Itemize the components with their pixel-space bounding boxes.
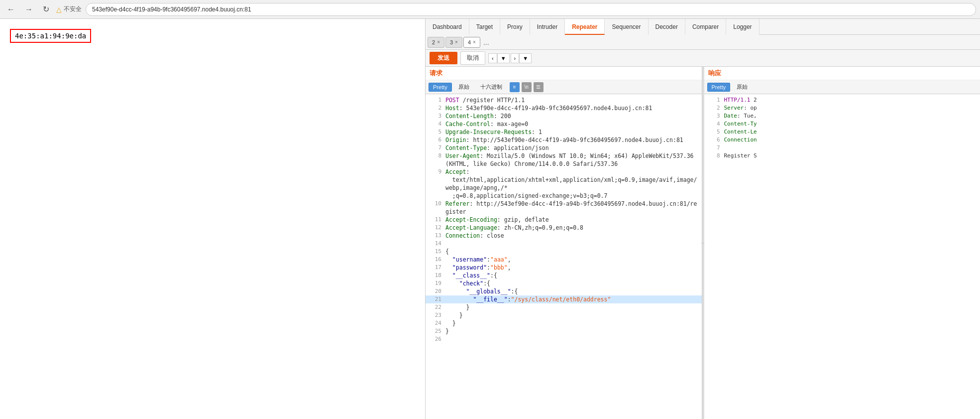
sub-tab-4-close[interactable]: ×	[473, 39, 476, 45]
resp-line-1: 1 HTTP/1.1 2	[704, 96, 980, 104]
req-hex-tab[interactable]: 十六进制	[476, 82, 507, 92]
response-view-tabs: Pretty 原始	[704, 80, 980, 94]
sub-tab-2-close[interactable]: ×	[437, 39, 440, 45]
nav-arrows: ‹ ▼ › ▼	[488, 53, 532, 63]
req-line-16: 16 "username":"aaa",	[426, 256, 702, 264]
cancel-button[interactable]: 取消	[460, 51, 485, 65]
repeater-sub-tabs: 2 × 3 × 4 × ...	[426, 35, 980, 50]
next-button[interactable]: ›	[511, 53, 520, 63]
back-button[interactable]: ←	[4, 4, 18, 15]
sub-tab-4[interactable]: 4 ×	[463, 37, 480, 48]
reload-button[interactable]: ↻	[40, 3, 52, 15]
security-label: 不安全	[64, 5, 82, 13]
resp-raw-tab[interactable]: 原始	[732, 82, 752, 92]
resp-line-3: 3 Date: Tue,	[704, 112, 980, 120]
resp-line-2: 2 Server: op	[704, 104, 980, 112]
req-line-6: 6 Origin: http://543ef90e-d4cc-4f19-a94b…	[426, 136, 702, 144]
request-view-tabs: Pretty 原始 十六进制 ≡ \n ☰	[426, 80, 702, 94]
req-line-3: 3 Content-Length: 200	[426, 112, 702, 120]
repeater-toolbar: 发送 取消 ‹ ▼ › ▼	[426, 50, 980, 67]
mac-address-text: 4e:35:a1:94:9e:da	[15, 32, 86, 40]
req-line-24: 24 }	[426, 319, 702, 327]
req-line-7: 7 Content-Type: application/json	[426, 144, 702, 152]
prev-dropdown[interactable]: ▼	[497, 53, 510, 63]
sub-tab-2-label: 2	[432, 39, 435, 45]
req-line-1: 1 POST /register HTTP/1.1	[426, 96, 702, 104]
response-panel: 响应 Pretty 原始 1 HTTP/1.1 2 2 Server: op	[704, 67, 980, 419]
req-line-25: 25 }	[426, 327, 702, 335]
warning-icon: △	[56, 5, 62, 13]
send-button[interactable]: 发送	[430, 52, 457, 64]
tab-intruder[interactable]: Intruder	[530, 19, 565, 35]
resp-line-5: 5 Content-Le	[704, 128, 980, 136]
req-line-8: 8 User-Agent: Mozilla/5.0 (Windows NT 10…	[426, 152, 702, 168]
req-line-18: 18 "__class__":{	[426, 272, 702, 279]
req-wrap-icon[interactable]: \n	[522, 82, 532, 92]
req-line-5: 5 Upgrade-Insecure-Requests: 1	[426, 128, 702, 136]
req-line-11: 11 Accept-Encoding: gzip, deflate	[426, 216, 702, 224]
response-label: 响应	[704, 67, 980, 80]
tab-decoder[interactable]: Decoder	[649, 19, 685, 35]
prev-button[interactable]: ‹	[488, 53, 497, 63]
sub-tab-3-close[interactable]: ×	[455, 39, 458, 45]
mac-address-display: 4e:35:a1:94:9e:da	[10, 29, 91, 43]
request-panel: 请求 Pretty 原始 十六进制 ≡ \n ☰ 1 POST /registe…	[426, 67, 702, 419]
tab-proxy[interactable]: Proxy	[500, 19, 530, 35]
req-line-14: 14	[426, 240, 702, 248]
req-line-4: 4 Cache-Control: max-age=0	[426, 120, 702, 128]
req-resp-split: 请求 Pretty 原始 十六进制 ≡ \n ☰ 1 POST /registe…	[426, 67, 980, 419]
sub-tab-more[interactable]: ...	[481, 38, 491, 46]
tab-dashboard[interactable]: Dashboard	[426, 19, 469, 35]
req-line-26: 26	[426, 335, 702, 343]
request-code-area[interactable]: 1 POST /register HTTP/1.1 2 Host: 543ef9…	[426, 94, 702, 419]
request-label: 请求	[426, 67, 702, 80]
security-indicator: △ 不安全	[56, 5, 82, 13]
req-line-19: 19 "check":{	[426, 279, 702, 287]
resp-line-8: 8 Register S	[704, 152, 980, 160]
req-line-2: 2 Host: 543ef90e-d4cc-4f19-a94b-9fc36049…	[426, 104, 702, 112]
req-line-10: 10 Referer: http://543ef90e-d4cc-4f19-a9…	[426, 200, 702, 216]
sub-tab-3[interactable]: 3 ×	[445, 37, 462, 48]
tab-target[interactable]: Target	[469, 19, 500, 35]
req-raw-tab[interactable]: 原始	[454, 82, 474, 92]
burp-panel: Dashboard Target Proxy Intruder Repeater…	[426, 19, 980, 419]
sub-tab-4-label: 4	[468, 39, 471, 45]
browser-bar: ← → ↻ △ 不安全	[0, 0, 980, 19]
response-code-area[interactable]: 1 HTTP/1.1 2 2 Server: op 3 Date: Tue, 4…	[704, 94, 980, 419]
req-line-13: 13 Connection: close	[426, 232, 702, 240]
resp-pretty-tab[interactable]: Pretty	[707, 83, 731, 92]
req-line-15: 15 {	[426, 248, 702, 256]
req-line-20: 20 "__globals__":{	[426, 287, 702, 295]
burp-main-tabs: Dashboard Target Proxy Intruder Repeater…	[426, 19, 980, 35]
req-line-12: 12 Accept-Language: zh-CN,zh;q=0.9,en;q=…	[426, 224, 702, 232]
forward-button[interactable]: →	[22, 4, 36, 15]
tab-sequencer[interactable]: Sequencer	[605, 19, 648, 35]
req-lines-icon[interactable]: ☰	[534, 82, 544, 92]
tab-logger[interactable]: Logger	[726, 19, 759, 35]
next-arrow-group: › ▼	[511, 53, 532, 63]
resp-line-4: 4 Content-Ty	[704, 120, 980, 128]
req-format-icon[interactable]: ≡	[510, 82, 520, 92]
url-bar[interactable]	[86, 3, 976, 16]
tab-repeater[interactable]: Repeater	[565, 19, 605, 35]
tab-comparer[interactable]: Comparer	[685, 19, 726, 35]
sub-tab-3-label: 3	[450, 39, 453, 45]
prev-arrow-group: ‹ ▼	[488, 53, 510, 63]
browser-content: 4e:35:a1:94:9e:da	[0, 19, 426, 419]
req-line-9: 9 Accept: text/html,application/xhtml+xm…	[426, 168, 702, 200]
req-line-17: 17 "password":"bbb",	[426, 264, 702, 272]
req-pretty-tab[interactable]: Pretty	[429, 83, 452, 92]
next-dropdown[interactable]: ▼	[519, 53, 532, 63]
req-line-22: 22 }	[426, 303, 702, 311]
sub-tab-2[interactable]: 2 ×	[428, 37, 444, 48]
req-line-23: 23 }	[426, 311, 702, 319]
req-line-21: 21 "__file__":"/sys/class/net/eth0/addre…	[426, 295, 702, 303]
main-layout: 4e:35:a1:94:9e:da Dashboard Target Proxy…	[0, 19, 980, 419]
resp-line-7: 7	[704, 144, 980, 152]
resp-line-6: 6 Connection	[704, 136, 980, 144]
